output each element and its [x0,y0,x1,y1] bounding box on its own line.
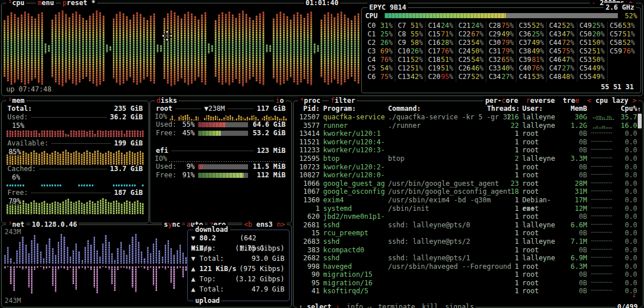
header-cpu[interactable]: Cpu% [618,104,637,113]
core-cell: C2450% [459,47,484,56]
disk-root-free-value: 53.2 GiB [251,129,286,138]
proc-mem: 3.3M [564,155,587,163]
cpu-box-title[interactable]: ¹cpu [6,0,26,7]
terminate-button[interactable]: terminate [378,303,415,308]
header-mem[interactable]: MemB [564,104,587,113]
proc-table-row[interactable]: 3577runner./runner22lalleyne1.2G⢀⣠⣀⣤⣀⣀16… [294,122,643,130]
proc-threads: 22 [503,122,519,130]
reverse-button[interactable]: reverse [526,96,555,105]
io-mode-button[interactable]: io [274,96,286,105]
header-program[interactable]: Program: [323,104,385,113]
disk-efi-io-row: IO% [155,155,287,163]
scroll-down-hint[interactable]: ↓ [632,291,636,299]
cpu-frequency-label: 2.6 GHz [604,3,636,12]
proc-table-row[interactable]: 10723kworker/u120:2-e1root0B⠒⠒⠒⠒⠒⠒0.0 [294,163,643,172]
mem-box-title[interactable]: ²mem [6,96,26,105]
proc-table-row[interactable]: 15rcu_preempt1root0B⠒⠒⠒⠒⠒⠒0.0 [294,229,643,238]
interface-switcher[interactable]: <b ens3 n> [242,220,287,229]
disks-box-title[interactable]: disks [155,96,179,105]
signals-button[interactable]: signals [445,303,474,308]
proc-table-row[interactable]: 2681sshdsshd: lalleyne@pts/01lalleyne6.6… [294,221,643,230]
core-cell: C5350% [580,56,605,64]
load-average: 55 51 31 [600,83,635,91]
proc-user: root [522,263,561,271]
proc-mem: 0B [564,229,587,238]
proc-threads: 23 [503,180,519,188]
proc-table-row[interactable]: 13414kworker/u120:11root0B⠒⠒⠒⠒⠒⠒0.0 [294,130,643,138]
net-upload-graph [4,266,187,299]
disk-efi-used-bar [198,164,248,169]
disk-efi-free-percent: 91% [176,171,195,180]
proc-command: /usr/bin/google_osconfig_agent [388,188,499,196]
mem-free-row: Free: 187 GiB [6,189,144,197]
disk-root-free-bar [198,131,248,136]
core-cell: C2554% [459,56,484,64]
proc-table-row[interactable]: 2683sshdsshd: lalleyne@pts/21lalleyne7.1… [294,238,643,246]
net-stats-panel: download upload ▼ 80.2 MiB/s(642 Mibps)▼… [187,230,290,301]
sort-column-switcher[interactable]: < cpu lazy > [587,96,637,105]
proc-table-row[interactable]: 1067google_osconfig/usr/bin/google_oscon… [294,188,643,196]
proc-threads: 18 [503,188,519,196]
filter-button[interactable]: filter [329,96,357,105]
selection-count: 0/499 [616,303,639,308]
proc-table-row[interactable]: 10827kworker/u120:0-e1root0B⠒⠒⠒⠒⠒⠒0.0 [294,171,643,180]
disk-root-io-row: IO% [155,113,287,120]
proc-table-row[interactable]: 12595btopbtop2lalleyne3.3M⠒⠒⠒⠒⠒⠒0.0 [294,155,643,163]
header-user[interactable]: User: [522,104,561,113]
core-cell: C3340% [489,64,514,73]
proc-user: root [522,279,561,288]
proc-scrollbar-thumb[interactable] [638,114,642,128]
proc-table-row[interactable]: 95migration/161root0B⠒⠒⠒⠒⠒⠒0.0 [294,279,643,288]
proc-table-row[interactable]: 1systemd/sbin/init1root12M⠒⠒⠒⠒⠒⠒0.0 [294,205,643,213]
preset-button[interactable]: preset * [61,0,97,7]
proc-table-row[interactable]: 1066google_guest_ag/usr/bin/google_guest… [294,180,643,188]
proc-pid: 2682 [295,254,320,263]
core-cell: C855% [398,30,423,39]
net-box: ³net 10.128.0.46 sync auto zero <b ens3 … [1,224,292,307]
header-pid[interactable]: Pid: [295,104,320,113]
core-cell: C4647% [549,56,574,64]
proc-table-row[interactable]: 1360exim4/usr/sbin/exim4 -bd -q30m1Debia… [294,196,643,205]
proc-command: /usr/bin/google_guest_agent [388,180,499,188]
proc-table-row[interactable]: 2682sshdsshd: lalleyne@pts/11lalleyne6.9… [294,254,643,263]
mem-free-label: Free: [7,189,28,197]
proc-table-row[interactable]: 41ksoftirqd/51root0B⠒⠒⠒⠒⠒⠒0.0 [294,287,643,295]
proc-mem: 6.9M [564,254,587,263]
proc-table-row[interactable]: 383kcompactd01root0B⠒⠒⠒⠒⠒⠒0.0 [294,246,643,255]
mem-total-row: Total: 235 GiB [6,105,144,113]
sort-direction-arrow[interactable]: ↑ [637,105,641,113]
tree-button[interactable]: tree [563,96,579,105]
proc-table-row[interactable]: 11521kworker/u120:4-e1root0B⠒⠒⠒⠒⠒⠒0.0 [294,138,643,147]
info-button[interactable]: info ↵ [346,303,371,308]
mem-cached-value: 13.7 GiB [110,165,143,173]
proc-command [388,146,499,155]
select-control[interactable]: ↑ select ↓ [299,303,340,308]
proc-program: runner [323,122,385,130]
proc-pid: 3577 [295,122,320,130]
core-cell: C2875% [489,22,514,30]
proc-command: /sbin/init [388,205,499,213]
header-command[interactable]: Command: [388,104,499,113]
proc-table-row[interactable]: 620jbd2/nvme0n1p1-81root0B⠒⠒⠒⠒⠒⠒0.0 [294,213,643,221]
header-threads[interactable]: Threads: [487,104,519,113]
proc-table-row[interactable]: 12507quacfka-service./quacfka-service -k… [294,113,643,122]
proc-cpu-sparkline: ⠒⠒⠒⠒⠒⠒ [591,246,614,255]
proc-pid: 11521 [295,138,320,147]
core-cell: C031% [368,22,393,30]
proc-table-row[interactable]: 998haveged/usr/sbin/haveged --Foreground… [294,263,643,271]
proc-cpu-sparkline: ⠒⠒⠒⠒⠒⠒ [591,138,614,147]
core-cell: C1152% [398,56,423,64]
proc-cpu-percent: 0.0 [618,130,637,138]
core-cell: C2646% [459,64,484,73]
core-column: C5653%C5751%C5852%C5976% [607,22,637,82]
disk-efi-free-row: Free: 91% 112 MiB [155,171,287,180]
menu-button[interactable]: menu [36,0,56,7]
proc-cpu-percent: 0.0 [618,229,637,238]
kill-button[interactable]: kill [422,303,439,308]
proc-table-row[interactable]: 11233kworker/u120:3-e1root0B⠒⠒⠒⠒⠒⠒0.0 [294,146,643,155]
sync-button[interactable]: sync [162,220,182,229]
proc-command [388,213,499,221]
proc-table-row[interactable]: 90migration/151root0B⠒⠒⠒⠒⠒⠒0.0 [294,270,643,279]
proc-user: lalleyne [522,254,561,263]
proc-box-title[interactable]: ⁴proc [298,96,322,105]
